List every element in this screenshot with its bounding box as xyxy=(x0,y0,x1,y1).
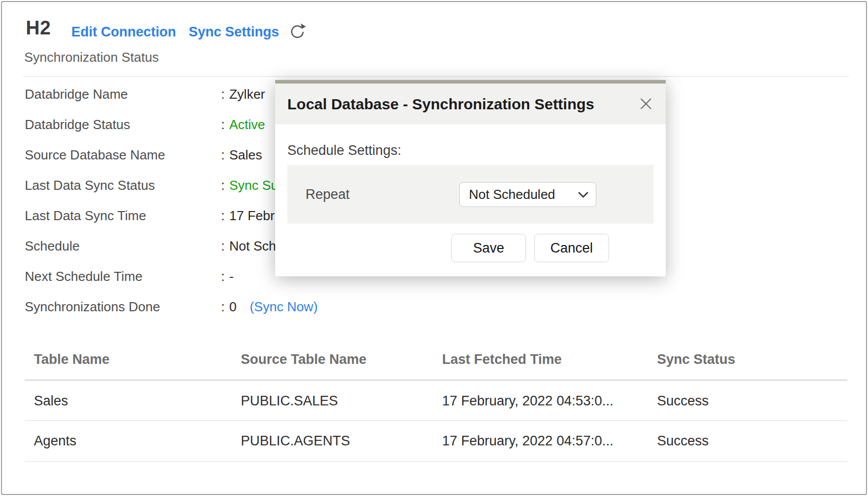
page-title: H2 xyxy=(26,17,51,39)
save-button[interactable]: Save xyxy=(451,234,526,262)
status-label: Databridge Name xyxy=(25,87,128,102)
status-value: :17 Febru xyxy=(221,200,282,231)
status-label: Source Database Name xyxy=(25,147,165,162)
status-label: Synchronizations Done xyxy=(25,299,160,314)
status-value: :Active xyxy=(221,109,265,140)
close-icon[interactable] xyxy=(637,95,655,112)
repeat-label: Repeat xyxy=(306,165,350,224)
repeat-select-value: Not Scheduled xyxy=(469,183,555,206)
status-value: :Not Sche xyxy=(221,231,283,261)
table-cell: Agents xyxy=(34,433,76,449)
edit-connection-link[interactable]: Edit Connection xyxy=(71,24,176,40)
table-header: Sync Status xyxy=(657,352,735,367)
table-cell: PUBLIC.SALES xyxy=(241,393,338,409)
table-header: Source Table Name xyxy=(241,352,367,367)
modal-title: Local Database - Synchronization Setting… xyxy=(287,96,594,113)
sync-settings-modal: Local Database - Synchronization Setting… xyxy=(275,80,666,276)
header-divider xyxy=(23,76,849,77)
sync-status-page: H2 Edit Connection Sync Settings Synchro… xyxy=(1,1,867,495)
table-header-divider xyxy=(25,380,847,381)
status-value: :- xyxy=(221,261,234,292)
chevron-down-icon xyxy=(578,191,589,198)
modal-top-accent xyxy=(275,80,666,84)
table-row-divider xyxy=(25,461,847,462)
status-label: Schedule xyxy=(25,238,79,254)
schedule-settings-box: Repeat Not Scheduled xyxy=(287,165,654,224)
table-header: Table Name xyxy=(34,352,110,367)
section-subtitle: Synchronization Status xyxy=(24,50,159,65)
status-label: Last Data Sync Time xyxy=(25,208,146,223)
status-label: Last Data Sync Status xyxy=(25,178,155,193)
table-cell: Success xyxy=(657,433,709,449)
sync-settings-link[interactable]: Sync Settings xyxy=(189,24,279,40)
table-row-divider xyxy=(25,420,847,421)
table-header: Last Fetched Time xyxy=(442,352,562,367)
sync-now-link[interactable]: (Sync Now) xyxy=(250,299,318,314)
status-value: :Zylker xyxy=(221,79,265,109)
status-label: Databridge Status xyxy=(25,117,130,132)
cancel-button[interactable]: Cancel xyxy=(534,234,609,262)
repeat-select[interactable]: Not Scheduled xyxy=(459,182,596,207)
status-value: :0(Sync Now) xyxy=(221,292,318,322)
status-value: :Sales xyxy=(221,140,262,170)
table-cell: 17 February, 2022 04:53:0... xyxy=(442,393,614,409)
table-cell: PUBLIC.AGENTS xyxy=(241,433,350,449)
table-cell: 17 February, 2022 04:57:0... xyxy=(442,433,614,449)
schedule-settings-label: Schedule Settings: xyxy=(287,143,401,158)
status-row-syncs-done: Synchronizations Done :0(Sync Now) xyxy=(25,292,349,322)
table-cell: Success xyxy=(657,393,709,409)
refresh-icon[interactable] xyxy=(288,22,306,40)
table-cell: Sales xyxy=(34,393,68,409)
status-label: Next Schedule Time xyxy=(25,269,143,284)
